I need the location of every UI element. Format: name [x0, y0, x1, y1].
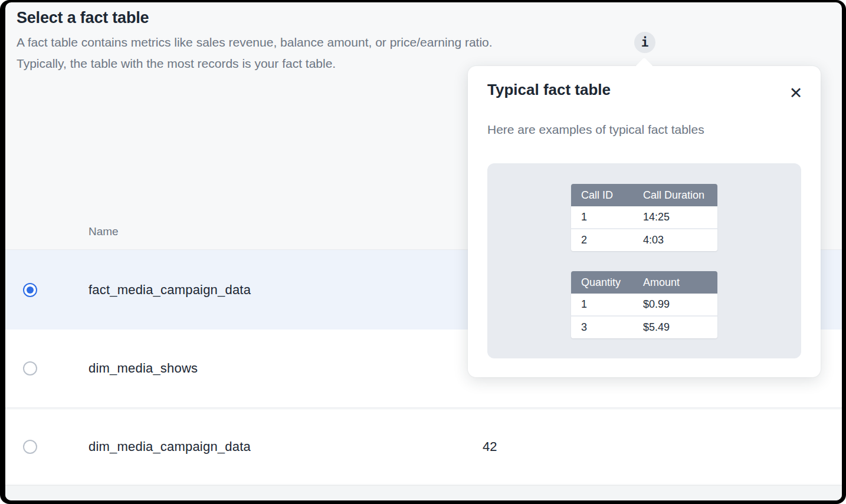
typical-fact-table-popover: Typical fact table ✕ Here are examples o…	[468, 66, 821, 377]
description-line-1: A fact table contains metrics like sales…	[17, 34, 493, 51]
page-title: Select a fact table	[17, 7, 149, 28]
cell: 1	[581, 211, 643, 223]
table-row-name: fact_media_campaign_data	[88, 282, 251, 298]
example-table-sales-header: Quantity Amount	[571, 271, 717, 294]
name-column-header: Name	[88, 225, 119, 239]
cell: 1	[581, 298, 643, 311]
select-fact-table-screen: Select a fact table A fact table contain…	[5, 2, 842, 500]
header-cell: Call ID	[581, 189, 643, 202]
cell: 4:03	[643, 234, 717, 246]
example-table-row: 1 14:25	[571, 206, 717, 228]
example-table-row: 3 $5.49	[571, 317, 717, 338]
example-table-calls: Call ID Call Duration 1 14:25 2 4:03	[571, 184, 717, 251]
example-table-row: 2 4:03	[571, 229, 717, 251]
radio-unselected[interactable]	[23, 361, 37, 375]
popover-subtitle: Here are examples of typical fact tables	[487, 121, 704, 139]
description-line-2: Typically, the table with the most recor…	[17, 55, 336, 72]
table-row-dim-media-campaign-data[interactable]: dim_media_campaign_data 42	[5, 410, 842, 484]
table-row-name: dim_media_campaign_data	[88, 439, 251, 454]
radio-unselected[interactable]	[23, 440, 37, 454]
popover-title: Typical fact table	[487, 79, 611, 100]
header-cell: Quantity	[581, 276, 643, 289]
cell: $5.49	[643, 321, 717, 334]
cell: 14:25	[643, 211, 717, 223]
info-icon[interactable]: i	[634, 32, 655, 53]
example-tables-card: Call ID Call Duration 1 14:25 2 4:03 Qua…	[487, 163, 801, 358]
header-cell: Call Duration	[643, 189, 717, 202]
example-table-sales: Quantity Amount 1 $0.99 3 $5.49	[571, 271, 717, 338]
close-icon[interactable]: ✕	[786, 84, 805, 103]
radio-dot	[27, 286, 34, 294]
cell: 2	[581, 234, 643, 246]
example-table-row: 1 $0.99	[571, 294, 717, 315]
popover-caret	[635, 57, 653, 75]
cell: 3	[581, 321, 643, 334]
radio-dot	[27, 365, 34, 372]
header-cell: Amount	[643, 276, 717, 289]
window-frame: Select a fact table A fact table contain…	[0, 0, 846, 504]
example-table-calls-header: Call ID Call Duration	[571, 184, 717, 206]
cell: $0.99	[643, 298, 717, 311]
footer-bar	[5, 485, 842, 500]
radio-selected[interactable]	[23, 283, 37, 297]
table-row-name: dim_media_shows	[88, 361, 198, 376]
radio-dot	[27, 443, 34, 450]
table-row-count: 42	[483, 439, 497, 454]
